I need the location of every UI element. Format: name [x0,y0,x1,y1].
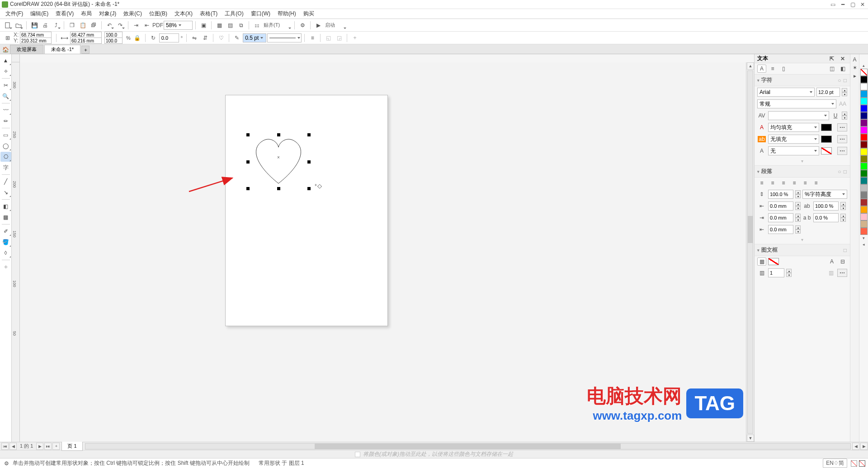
fill-more-button[interactable]: ⋯ [837,123,847,131]
color-swatch[interactable] [860,213,868,220]
transparency-tool[interactable]: ▩ [0,212,11,222]
launch-dropdown[interactable] [337,20,347,30]
mirror-v-icon[interactable]: ⇵ [200,33,210,43]
tab-document[interactable]: 未命名 -1* [44,45,80,54]
launch-icon[interactable]: ▶ [313,20,323,30]
redo-button[interactable]: ↷ [115,20,125,30]
ellipse-tool[interactable]: ◯ [0,141,11,151]
tab-welcome[interactable]: 欢迎屏幕 [10,45,43,54]
export-button[interactable]: ⤴ [51,20,61,30]
font-combo[interactable]: Arial [757,88,815,97]
align-left-icon[interactable]: ≡ [757,179,766,187]
outline-pen-icon[interactable]: ✎ [232,33,242,43]
convert-curves-icon[interactable]: ＋ [350,33,360,43]
fill-indicator-icon[interactable] [851,460,857,467]
wrap-text-icon[interactable]: ≡ [307,33,317,43]
handle-tl[interactable] [246,133,250,136]
heart-shape-icon[interactable]: ♡ [216,33,226,43]
to-front-icon[interactable]: ◱ [323,33,333,43]
docker-tab-aa-icon[interactable]: A [851,56,859,63]
rectangle-tool[interactable]: ▭ [0,130,11,140]
docker-tab-glyph-icon[interactable]: ✶ [851,64,859,71]
handle-mr[interactable] [307,160,311,164]
next-page-button[interactable]: ▶ [36,443,43,450]
frame-text-icon[interactable]: A [827,257,836,266]
rulers-button[interactable]: ⧉ [236,20,246,30]
docker-opt1-icon[interactable]: ◫ [827,65,836,73]
palette-expand-icon[interactable]: ◂ [860,241,868,248]
fill-type-combo[interactable]: 均匀填充 [768,123,819,132]
color-swatch[interactable] [860,141,868,148]
heart-shape[interactable] [248,135,309,189]
handle-tr[interactable] [307,133,311,136]
pdf-button[interactable]: PDF [153,20,163,30]
docker-collapse-icon[interactable]: ▸ [851,72,859,80]
line-height-input[interactable] [768,190,793,199]
palette-up-icon[interactable]: ▴ [860,62,868,69]
align-none-icon[interactable]: ≡ [811,179,821,187]
columns-input[interactable] [768,268,784,277]
line-height-type-combo[interactable]: %字符高度 [802,190,847,199]
paste-button[interactable]: 📋 [78,20,88,30]
no-fill-swatch[interactable] [860,69,868,76]
hscroll-thumb[interactable] [315,444,621,449]
first-page-button[interactable]: ⏮ [1,443,9,450]
color-swatch[interactable] [860,155,868,163]
close-icon[interactable]: ✕ [859,1,866,8]
zoom-combo[interactable]: 58% [164,21,193,30]
docker-expand-icon[interactable]: ⇱ [827,55,836,63]
pick-tool[interactable]: ▲ [0,56,11,66]
outline-style-combo[interactable] [267,33,302,42]
scroll-down-button[interactable]: ▼ [747,435,754,442]
section-frame[interactable]: ▾图文框□ [755,244,850,256]
handle-bl[interactable] [246,187,250,190]
menu-object[interactable]: 对象(J) [95,9,120,19]
open-doc-button[interactable] [14,20,24,30]
handle-tc[interactable] [277,133,280,136]
maximize-icon[interactable]: ▢ [849,1,856,8]
hscroll-right-button[interactable]: ▶ [860,443,868,450]
color-swatch[interactable] [860,228,868,235]
artistic-media-tool[interactable]: ✏ [0,116,11,126]
to-back-icon[interactable]: ◲ [334,33,344,43]
space-before-input[interactable] [768,201,793,211]
menu-bitmap[interactable]: 位图(B) [146,9,171,19]
outline-indicator-icon[interactable] [859,460,865,467]
color-swatch[interactable] [860,134,868,141]
status-gear-icon[interactable]: ⚙ [3,460,10,467]
font-weight-combo[interactable]: 常规 [757,99,836,108]
outline-color-swatch[interactable] [821,147,832,154]
frame-link-icon[interactable]: ⊟ [838,257,847,266]
menu-view[interactable]: 查看(V) [52,9,77,19]
menu-file[interactable]: 文件(F) [2,9,27,19]
menu-layout[interactable]: 布局 [77,9,95,19]
space-after-input[interactable] [768,225,793,234]
font-size-input[interactable] [816,88,840,97]
grid-button[interactable]: ▦ [214,20,224,30]
import-button[interactable]: ⇥ [131,20,141,30]
char-expand-icon[interactable]: ▾ [755,157,850,165]
home-icon[interactable]: 🏠 [1,46,10,54]
docker-opt2-icon[interactable]: ◧ [838,65,847,73]
menu-buy[interactable]: 购买 [300,9,318,19]
bg-type-combo[interactable]: 无填充 [768,135,819,144]
crop-tool[interactable]: ✂ [0,80,11,90]
color-swatch[interactable] [860,184,868,192]
word-space-input[interactable] [813,213,839,222]
color-swatch[interactable] [860,163,868,170]
outline-more-button[interactable]: ⋯ [837,147,847,155]
snap-dropdown[interactable] [282,20,292,30]
frame-more-button[interactable]: ⋯ [837,269,847,277]
menu-table[interactable]: 表格(T) [196,9,221,19]
parallel-dim-tool[interactable]: ╱ [0,177,11,187]
font-variation-icon[interactable]: AA [838,100,847,108]
section-para[interactable]: ▾段落○ □ [755,165,850,178]
menu-tools[interactable]: 工具(O) [221,9,247,19]
frame-type-icon[interactable]: ▦ [757,257,766,266]
presets-icon[interactable]: ⊞ [3,33,13,43]
color-swatch[interactable] [860,206,868,213]
lock-ratio-icon[interactable]: 🔒 [132,33,142,43]
menu-help[interactable]: 帮助(H) [274,9,300,19]
pos-y-input[interactable] [20,37,52,44]
hscroll-left-button[interactable]: ◀ [852,443,859,450]
